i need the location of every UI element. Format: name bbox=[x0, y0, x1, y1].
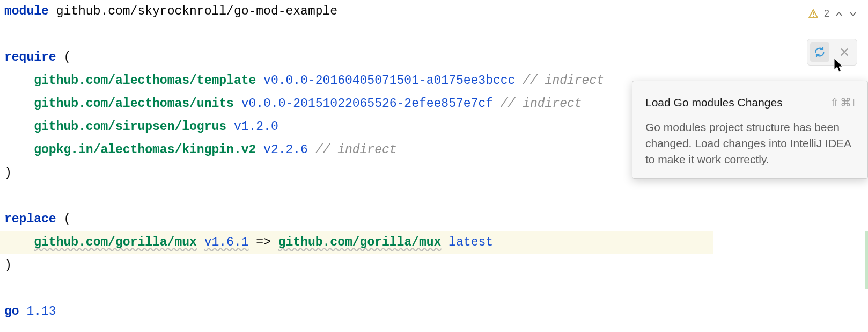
keyword-replace: replace bbox=[4, 212, 56, 226]
dep-ver-3: v2.2.6 bbox=[263, 143, 308, 157]
replace-arrow: => bbox=[256, 235, 271, 249]
paren-close: ) bbox=[4, 166, 12, 180]
go-version: 1.13 bbox=[26, 305, 56, 319]
paren-open: ( bbox=[63, 50, 71, 64]
dep-ver-0: v0.0.0-20160405071501-a0175ee3bccc bbox=[263, 74, 515, 88]
dep-comment-0: // indirect bbox=[523, 74, 604, 88]
keyword-go: go bbox=[4, 305, 19, 319]
replace-from-path: github.com/gorilla/mux bbox=[34, 235, 197, 249]
replace-to-ver: latest bbox=[448, 235, 493, 249]
dep-comment-1: // indirect bbox=[501, 97, 582, 111]
dep-path-2: github.com/sirupsen/logrus bbox=[34, 120, 226, 134]
keyword-require: require bbox=[4, 50, 56, 64]
paren-open-2: ( bbox=[63, 212, 71, 226]
module-path: github.com/skyrocknroll/go-mod-example bbox=[56, 4, 338, 18]
replace-from-ver: v1.6.1 bbox=[204, 235, 249, 249]
dep-path-3: gopkg.in/alecthomas/kingpin.v2 bbox=[34, 143, 256, 157]
replace-to-path: github.com/gorilla/mux bbox=[278, 235, 442, 249]
dep-path-1: github.com/alecthomas/units bbox=[34, 97, 234, 111]
paren-close-2: ) bbox=[4, 258, 12, 272]
keyword-module: module bbox=[4, 4, 49, 18]
code-editor[interactable]: module github.com/skyrocknroll/go-mod-ex… bbox=[0, 0, 868, 323]
dep-ver-1: v0.0.0-20151022065526-2efee857e7cf bbox=[241, 97, 493, 111]
mouse-cursor bbox=[834, 58, 844, 82]
dep-comment-3: // indirect bbox=[315, 143, 397, 157]
dep-ver-2: v1.2.0 bbox=[234, 120, 278, 134]
dep-path-0: github.com/alecthomas/template bbox=[34, 74, 256, 88]
